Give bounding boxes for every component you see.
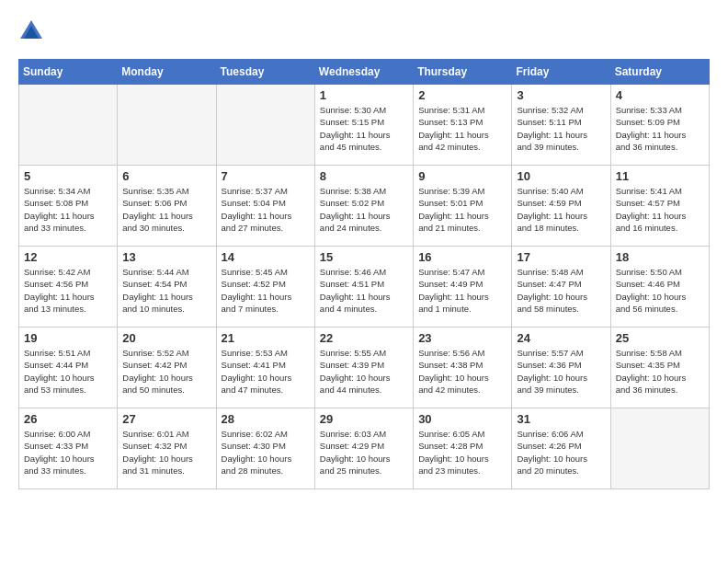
day-cell: 27Sunrise: 6:01 AM Sunset: 4:32 PM Dayli…: [118, 408, 216, 489]
day-info: Sunrise: 6:02 AM Sunset: 4:30 PM Dayligh…: [222, 428, 310, 477]
day-info: Sunrise: 6:01 AM Sunset: 4:32 PM Dayligh…: [122, 428, 210, 477]
day-number: 8: [320, 169, 408, 183]
week-row-1: 1Sunrise: 5:30 AM Sunset: 5:15 PM Daylig…: [19, 85, 710, 166]
day-info: Sunrise: 5:35 AM Sunset: 5:06 PM Dayligh…: [122, 185, 210, 234]
day-info: Sunrise: 5:40 AM Sunset: 4:59 PM Dayligh…: [517, 185, 605, 234]
day-info: Sunrise: 5:34 AM Sunset: 5:08 PM Dayligh…: [24, 185, 112, 234]
day-cell: 31Sunrise: 6:06 AM Sunset: 4:26 PM Dayli…: [512, 408, 610, 489]
day-number: 2: [418, 88, 506, 102]
header-sunday: Sunday: [19, 60, 118, 85]
header-friday: Friday: [512, 60, 610, 85]
week-row-3: 12Sunrise: 5:42 AM Sunset: 4:56 PM Dayli…: [19, 247, 710, 327]
day-number: 31: [517, 412, 605, 426]
day-number: 19: [24, 331, 112, 345]
day-info: Sunrise: 5:51 AM Sunset: 4:44 PM Dayligh…: [24, 347, 112, 396]
day-info: Sunrise: 5:41 AM Sunset: 4:57 PM Dayligh…: [616, 185, 704, 234]
day-number: 23: [418, 331, 506, 345]
day-cell: 11Sunrise: 5:41 AM Sunset: 4:57 PM Dayli…: [610, 166, 709, 247]
day-cell: 28Sunrise: 6:02 AM Sunset: 4:30 PM Dayli…: [216, 408, 314, 489]
day-number: 27: [122, 412, 210, 426]
day-cell: 2Sunrise: 5:31 AM Sunset: 5:13 PM Daylig…: [414, 85, 512, 166]
day-number: 6: [122, 169, 210, 183]
day-info: Sunrise: 6:00 AM Sunset: 4:33 PM Dayligh…: [24, 428, 112, 477]
day-number: 21: [222, 331, 310, 345]
day-info: Sunrise: 5:45 AM Sunset: 4:52 PM Dayligh…: [222, 266, 310, 315]
day-cell: 5Sunrise: 5:34 AM Sunset: 5:08 PM Daylig…: [19, 166, 118, 247]
day-number: 16: [418, 250, 506, 264]
day-info: Sunrise: 5:42 AM Sunset: 4:56 PM Dayligh…: [24, 266, 112, 315]
day-info: Sunrise: 5:30 AM Sunset: 5:15 PM Dayligh…: [320, 104, 408, 153]
day-number: 20: [122, 331, 210, 345]
day-cell: [610, 408, 709, 489]
day-cell: 4Sunrise: 5:33 AM Sunset: 5:09 PM Daylig…: [610, 85, 709, 166]
day-number: 22: [320, 331, 408, 345]
day-info: Sunrise: 5:44 AM Sunset: 4:54 PM Dayligh…: [122, 266, 210, 315]
day-info: Sunrise: 5:47 AM Sunset: 4:49 PM Dayligh…: [418, 266, 506, 315]
day-cell: [19, 85, 118, 166]
day-cell: 29Sunrise: 6:03 AM Sunset: 4:29 PM Dayli…: [314, 408, 413, 489]
day-cell: 7Sunrise: 5:37 AM Sunset: 5:04 PM Daylig…: [216, 166, 314, 247]
day-cell: 12Sunrise: 5:42 AM Sunset: 4:56 PM Dayli…: [19, 247, 118, 327]
day-cell: 16Sunrise: 5:47 AM Sunset: 4:49 PM Dayli…: [414, 247, 512, 327]
day-info: Sunrise: 6:05 AM Sunset: 4:28 PM Dayligh…: [418, 428, 506, 477]
header-monday: Monday: [118, 60, 216, 85]
day-number: 3: [517, 88, 605, 102]
day-cell: 25Sunrise: 5:58 AM Sunset: 4:35 PM Dayli…: [610, 327, 709, 408]
day-info: Sunrise: 5:55 AM Sunset: 4:39 PM Dayligh…: [320, 347, 408, 396]
calendar-header-row: SundayMondayTuesdayWednesdayThursdayFrid…: [19, 60, 710, 85]
day-info: Sunrise: 5:46 AM Sunset: 4:51 PM Dayligh…: [320, 266, 408, 315]
day-cell: 3Sunrise: 5:32 AM Sunset: 5:11 PM Daylig…: [512, 85, 610, 166]
day-cell: 8Sunrise: 5:38 AM Sunset: 5:02 PM Daylig…: [314, 166, 413, 247]
day-cell: [216, 85, 314, 166]
day-cell: 15Sunrise: 5:46 AM Sunset: 4:51 PM Dayli…: [314, 247, 413, 327]
calendar-table: SundayMondayTuesdayWednesdayThursdayFrid…: [18, 59, 710, 489]
day-info: Sunrise: 6:03 AM Sunset: 4:29 PM Dayligh…: [320, 428, 408, 477]
day-cell: 13Sunrise: 5:44 AM Sunset: 4:54 PM Dayli…: [118, 247, 216, 327]
day-number: 26: [24, 412, 112, 426]
day-number: 5: [24, 169, 112, 183]
day-info: Sunrise: 5:39 AM Sunset: 5:01 PM Dayligh…: [418, 185, 506, 234]
day-cell: 6Sunrise: 5:35 AM Sunset: 5:06 PM Daylig…: [118, 166, 216, 247]
day-number: 10: [517, 169, 605, 183]
header-saturday: Saturday: [610, 60, 709, 85]
day-number: 9: [418, 169, 506, 183]
day-info: Sunrise: 5:52 AM Sunset: 4:42 PM Dayligh…: [122, 347, 210, 396]
logo: [18, 18, 48, 44]
day-cell: 14Sunrise: 5:45 AM Sunset: 4:52 PM Dayli…: [216, 247, 314, 327]
day-info: Sunrise: 5:48 AM Sunset: 4:47 PM Dayligh…: [517, 266, 605, 315]
day-cell: 9Sunrise: 5:39 AM Sunset: 5:01 PM Daylig…: [414, 166, 512, 247]
day-info: Sunrise: 5:38 AM Sunset: 5:02 PM Dayligh…: [320, 185, 408, 234]
day-number: 11: [616, 169, 704, 183]
day-cell: 17Sunrise: 5:48 AM Sunset: 4:47 PM Dayli…: [512, 247, 610, 327]
day-cell: 20Sunrise: 5:52 AM Sunset: 4:42 PM Dayli…: [118, 327, 216, 408]
header-tuesday: Tuesday: [216, 60, 314, 85]
day-info: Sunrise: 5:50 AM Sunset: 4:46 PM Dayligh…: [616, 266, 704, 315]
week-row-2: 5Sunrise: 5:34 AM Sunset: 5:08 PM Daylig…: [19, 166, 710, 247]
day-info: Sunrise: 5:53 AM Sunset: 4:41 PM Dayligh…: [222, 347, 310, 396]
day-number: 15: [320, 250, 408, 264]
day-info: Sunrise: 5:31 AM Sunset: 5:13 PM Dayligh…: [418, 104, 506, 153]
day-cell: 19Sunrise: 5:51 AM Sunset: 4:44 PM Dayli…: [19, 327, 118, 408]
page-header: [18, 18, 710, 44]
day-number: 17: [517, 250, 605, 264]
day-number: 4: [616, 88, 704, 102]
day-info: Sunrise: 5:58 AM Sunset: 4:35 PM Dayligh…: [616, 347, 704, 396]
day-number: 24: [517, 331, 605, 345]
header-wednesday: Wednesday: [314, 60, 413, 85]
logo-icon: [18, 18, 44, 44]
day-cell: [118, 85, 216, 166]
day-info: Sunrise: 5:37 AM Sunset: 5:04 PM Dayligh…: [222, 185, 310, 234]
day-info: Sunrise: 5:57 AM Sunset: 4:36 PM Dayligh…: [517, 347, 605, 396]
day-info: Sunrise: 5:33 AM Sunset: 5:09 PM Dayligh…: [616, 104, 704, 153]
day-info: Sunrise: 5:32 AM Sunset: 5:11 PM Dayligh…: [517, 104, 605, 153]
day-number: 13: [122, 250, 210, 264]
day-number: 28: [222, 412, 310, 426]
day-info: Sunrise: 6:06 AM Sunset: 4:26 PM Dayligh…: [517, 428, 605, 477]
day-cell: 24Sunrise: 5:57 AM Sunset: 4:36 PM Dayli…: [512, 327, 610, 408]
day-cell: 30Sunrise: 6:05 AM Sunset: 4:28 PM Dayli…: [414, 408, 512, 489]
day-number: 25: [616, 331, 704, 345]
day-number: 12: [24, 250, 112, 264]
day-number: 29: [320, 412, 408, 426]
day-cell: 18Sunrise: 5:50 AM Sunset: 4:46 PM Dayli…: [610, 247, 709, 327]
day-number: 18: [616, 250, 704, 264]
